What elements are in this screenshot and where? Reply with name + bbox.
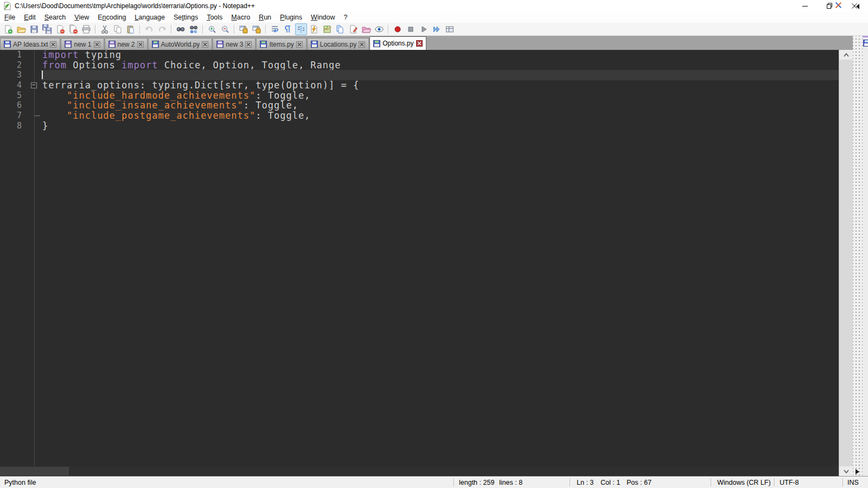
menu-item-search[interactable]: Search xyxy=(40,12,71,22)
tab-new-3[interactable]: new 3 xyxy=(213,38,256,50)
toolbar-zoom-in-button[interactable] xyxy=(206,23,218,35)
close-button[interactable] xyxy=(845,0,864,12)
tab-autoworld-py[interactable]: AutoWorld.py xyxy=(148,38,213,50)
save-icon xyxy=(29,24,39,34)
toolbar-cut-button[interactable] xyxy=(99,23,111,35)
floppy-icon xyxy=(373,40,380,47)
tab-close-icon[interactable] xyxy=(416,40,423,47)
tab-items-py[interactable]: Items.py xyxy=(256,38,306,50)
tab-options-py[interactable]: Options.py xyxy=(369,36,426,50)
toolbar-close-button[interactable] xyxy=(54,23,66,35)
tab-close-icon[interactable] xyxy=(137,41,144,48)
toolbar-save-button[interactable] xyxy=(28,23,40,35)
horizontal-scrollbar[interactable] xyxy=(0,466,839,476)
toolbar-macro-record-button[interactable] xyxy=(392,23,404,35)
floppy-icon xyxy=(4,41,11,48)
menu-item-tools[interactable]: Tools xyxy=(202,12,227,22)
toolbar-document-monitoring-button[interactable] xyxy=(373,23,385,35)
toolbar-macro-stop-button[interactable] xyxy=(405,23,417,35)
tab-close-icon[interactable] xyxy=(245,41,252,48)
menu-item-file[interactable]: File xyxy=(0,12,20,22)
code-editor[interactable]: 1import typing2from Options import Choic… xyxy=(0,50,839,466)
menu-item-view[interactable]: View xyxy=(70,12,93,22)
status-col-num: Col : 1 xyxy=(601,479,620,486)
toolbar-document-map-button[interactable] xyxy=(321,23,333,35)
tab-locations-py[interactable]: Locations.py xyxy=(307,38,369,50)
toolbar-find-button[interactable] xyxy=(175,23,187,35)
toolbar-word-wrap-button[interactable] xyxy=(269,23,281,35)
vertical-scrollbar[interactable] xyxy=(839,50,853,476)
tab-new-1[interactable]: new 1 xyxy=(61,38,104,50)
toolbar-macro-play-button[interactable] xyxy=(418,23,430,35)
macro-save-icon xyxy=(445,24,455,34)
toolbar-sync-horizontal-button[interactable] xyxy=(251,23,263,35)
line-number: 1 xyxy=(0,50,24,60)
tab-close-icon[interactable] xyxy=(359,41,365,48)
menu-item-edit[interactable]: Edit xyxy=(20,12,40,22)
toolbar-new-file-button[interactable] xyxy=(2,23,14,35)
menu-item-help[interactable]: ? xyxy=(340,12,352,22)
tab-close-icon[interactable] xyxy=(202,41,208,48)
fold-margin xyxy=(24,70,41,80)
code-segment-pl: : Toggle, xyxy=(256,110,310,121)
toolbar-show-all-characters-button[interactable] xyxy=(282,23,294,35)
fold-toggle[interactable]: − xyxy=(31,82,37,88)
toolbar-sync-vertical-button[interactable] xyxy=(238,23,250,35)
scroll-up-button[interactable] xyxy=(839,50,853,60)
toolbar-undo-button[interactable] xyxy=(143,23,155,35)
horizontal-scrollbar-thumb[interactable] xyxy=(0,467,69,476)
tab-ap-ideas-txt[interactable]: AP Ideas.txt xyxy=(0,38,60,50)
tab-label: new 2 xyxy=(118,41,135,48)
splitter-arrow-icon[interactable] xyxy=(855,468,860,475)
code-segment-pl: } xyxy=(42,120,48,131)
toolbar-user-defined-language-button[interactable] xyxy=(308,23,320,35)
menu-item-language[interactable]: Language xyxy=(130,12,169,22)
code-line[interactable]: 3 xyxy=(0,70,839,80)
code-line[interactable]: 1import typing xyxy=(0,50,839,60)
tab-close-icon[interactable] xyxy=(94,41,100,48)
menu-item-settings[interactable]: Settings xyxy=(169,12,202,22)
toolbar-macro-run-multiple-button[interactable] xyxy=(431,23,443,35)
code-line[interactable]: 6 "include_insane_achievements": Toggle, xyxy=(0,100,839,111)
fold-margin xyxy=(24,60,41,70)
code-line[interactable]: 4−terraria_options: typing.Dict[str, typ… xyxy=(0,80,839,91)
tab-close-icon[interactable] xyxy=(50,41,56,48)
toolbar-replace-button[interactable] xyxy=(188,23,200,35)
menu-bar: FileEditSearchViewEncodingLanguageSettin… xyxy=(0,12,868,23)
menu-item-encoding[interactable]: Encoding xyxy=(93,12,130,22)
fold-margin xyxy=(24,50,41,60)
menu-item-window[interactable]: Window xyxy=(307,12,339,22)
code-line[interactable]: 7 "include_postgame_achievements": Toggl… xyxy=(0,111,839,121)
tab-scroll-left-button[interactable] xyxy=(855,3,860,10)
tab-new-2[interactable]: new 2 xyxy=(105,38,148,50)
toolbar-copy-button[interactable] xyxy=(112,23,124,35)
toolbar-document-list-button[interactable] xyxy=(334,23,346,35)
code-line[interactable]: 8} xyxy=(0,121,839,131)
toolbar-close-all-button[interactable] xyxy=(67,23,79,35)
toolbar-redo-button[interactable] xyxy=(156,23,168,35)
menu-item-run[interactable]: Run xyxy=(254,12,276,22)
toolbar-folder-as-workspace-button[interactable] xyxy=(360,23,372,35)
second-view-sliver[interactable] xyxy=(863,36,868,477)
code-line[interactable]: 2from Options import Choice, Option, Tog… xyxy=(0,60,839,70)
toolbar-function-list-button[interactable] xyxy=(347,23,359,35)
view-splitter[interactable] xyxy=(853,36,863,477)
toolbar-macro-save-button[interactable] xyxy=(444,23,456,35)
toolbar-save-all-button[interactable] xyxy=(41,23,53,35)
toolbar-indent-guide-button[interactable] xyxy=(295,23,307,35)
toolbar-open-file-button[interactable] xyxy=(15,23,27,35)
toolbar-print-button[interactable] xyxy=(80,23,92,35)
tab-close-icon[interactable] xyxy=(296,41,303,48)
scroll-down-button[interactable] xyxy=(839,466,853,476)
menu-item-plugins[interactable]: Plugins xyxy=(276,12,307,22)
toolbar-paste-button[interactable] xyxy=(125,23,137,35)
minimize-button[interactable] xyxy=(796,0,814,12)
title-bar: C:\Users\Dood\Documents\tmp\Archipelago\… xyxy=(0,0,868,12)
toolbar-zoom-out-button[interactable] xyxy=(219,23,231,35)
print-icon xyxy=(81,24,91,34)
code-segment-str: "include_hardmode_achievements" xyxy=(67,90,256,101)
menu-item-macro[interactable]: Macro xyxy=(227,12,254,22)
cut-icon xyxy=(100,24,110,34)
menu-close-document-icon[interactable] xyxy=(835,2,842,9)
code-line[interactable]: 5 "include_hardmode_achievements": Toggl… xyxy=(0,91,839,101)
